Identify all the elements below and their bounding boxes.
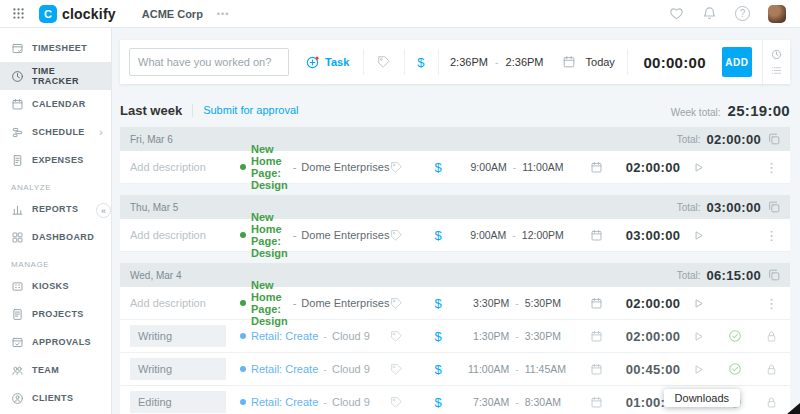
entry-menu-icon[interactable]: ⋮	[765, 161, 778, 174]
end-time[interactable]: 11:00AM	[522, 161, 563, 173]
billable-icon[interactable]: $	[417, 228, 459, 243]
entry-project[interactable]: New Home Page: Design - Dome Enterprises	[240, 211, 375, 259]
workspace-name[interactable]: ACME Corp	[142, 8, 203, 20]
tag-icon[interactable]	[375, 363, 417, 376]
sidebar-item-time-tracker[interactable]: TIME TRACKER	[0, 62, 111, 90]
add-button[interactable]: ADD	[722, 47, 752, 77]
user-avatar[interactable]	[768, 5, 786, 23]
calendar-icon[interactable]	[575, 229, 617, 242]
entry-menu-icon[interactable]: ⋮	[765, 229, 778, 242]
start-time[interactable]: 3:30PM	[473, 297, 509, 309]
calendar-icon[interactable]	[575, 396, 617, 409]
sidebar-collapse-button[interactable]: «	[96, 203, 111, 218]
workspace-menu-dots[interactable]: •••	[217, 9, 229, 19]
play-icon[interactable]	[692, 229, 705, 242]
entry-description[interactable]: Add description	[130, 297, 226, 309]
tag-icon[interactable]	[375, 297, 417, 310]
play-icon[interactable]	[692, 161, 705, 174]
end-time-input[interactable]: 2:36PM	[506, 56, 544, 68]
notifications-bell-icon[interactable]	[702, 6, 717, 21]
sidebar-item-reports[interactable]: REPORTS ›	[0, 195, 111, 223]
sidebar-item-calendar[interactable]: CALENDAR	[0, 90, 111, 118]
app-name[interactable]: clockify	[62, 6, 116, 22]
calendar-icon[interactable]	[556, 55, 582, 69]
calendar-icon[interactable]	[575, 330, 617, 343]
start-time-input[interactable]: 2:36PM	[450, 56, 488, 68]
add-task-button[interactable]: Task	[305, 55, 349, 70]
sidebar-item-expenses[interactable]: EXPENSES	[0, 146, 111, 174]
sidebar-item-team[interactable]: TEAM	[0, 356, 111, 384]
entry-project[interactable]: Retail: Create - Cloud 9	[240, 363, 375, 375]
start-time[interactable]: 9:00AM	[471, 161, 507, 173]
billable-icon[interactable]: $	[417, 395, 459, 410]
description-input[interactable]	[129, 48, 289, 76]
tag-icon[interactable]	[375, 161, 417, 174]
billable-icon[interactable]: $	[404, 55, 437, 70]
heart-icon[interactable]	[669, 6, 684, 21]
entry-project[interactable]: Retail: Create - Cloud 9	[240, 330, 375, 342]
entry-duration[interactable]: 02:00:00	[617, 160, 689, 175]
entry-project[interactable]: Retail: Create - Cloud 9	[240, 396, 375, 408]
submit-for-approval-link[interactable]: Submit for approval	[203, 104, 298, 116]
entry-actions: ⋮	[689, 229, 781, 242]
timer-mode-icon[interactable]	[771, 49, 782, 60]
entry-description[interactable]: Editing	[130, 391, 226, 413]
time-entry-row: Add description New Home Page: Design - …	[120, 219, 790, 252]
end-time[interactable]: 12:00PM	[522, 229, 564, 241]
calendar-icon	[11, 98, 24, 111]
end-time[interactable]: 5:30PM	[525, 297, 561, 309]
entry-description[interactable]: Writing	[130, 358, 226, 380]
billable-icon[interactable]: $	[417, 296, 459, 311]
sidebar-item-projects[interactable]: PROJECTS	[0, 300, 111, 328]
bulk-select-icon[interactable]	[767, 132, 781, 146]
entry-project[interactable]: New Home Page: Design - Dome Enterprises	[240, 279, 375, 327]
entry-description[interactable]: Add description	[130, 161, 226, 173]
entry-duration[interactable]: 03:00:00	[617, 228, 689, 243]
entry-actions	[689, 329, 781, 343]
entry-description[interactable]: Add description	[130, 229, 226, 241]
project-color-dot	[240, 300, 246, 306]
entry-menu-icon[interactable]: ⋮	[765, 297, 778, 310]
billable-icon[interactable]: $	[417, 362, 459, 377]
entry-time-range: 1:30PM - 3:30PM	[459, 330, 575, 342]
tag-icon[interactable]	[364, 55, 404, 69]
sidebar-item-schedule[interactable]: SCHEDULE ›	[0, 118, 111, 146]
clockify-logo-icon[interactable]: C	[39, 5, 57, 23]
calendar-icon[interactable]	[575, 161, 617, 174]
sidebar-item-clients[interactable]: CLIENTS	[0, 384, 111, 412]
start-time[interactable]: 9:00AM	[470, 229, 506, 241]
sidebar-item-dashboard[interactable]: DASHBOARD	[0, 223, 111, 251]
calendar-icon[interactable]	[575, 297, 617, 310]
billable-icon[interactable]: $	[417, 329, 459, 344]
manual-mode-icon[interactable]	[771, 65, 782, 76]
sidebar-item-label: TEAM	[32, 365, 59, 375]
sidebar-item-label: REPORTS	[32, 204, 78, 214]
bulk-select-icon[interactable]	[767, 200, 781, 214]
time-separator: -	[515, 297, 519, 309]
apps-grid-icon[interactable]	[12, 7, 25, 20]
play-icon[interactable]	[692, 363, 705, 376]
entry-duration[interactable]: 02:00:00	[617, 296, 689, 311]
sidebar-item-timesheet[interactable]: TIMESHEET	[0, 34, 111, 62]
tag-icon[interactable]	[375, 396, 417, 409]
time-separator: -	[515, 363, 519, 375]
date-picker[interactable]: Today	[582, 56, 627, 68]
entry-project[interactable]: New Home Page: Design - Dome Enterprises	[240, 143, 375, 191]
sidebar-section-analyze: ANALYZE	[0, 174, 111, 195]
day-date: Wed, Mar 4	[130, 270, 182, 281]
sidebar-item-kiosks[interactable]: KIOSKS	[0, 272, 111, 300]
play-icon[interactable]	[692, 297, 705, 310]
sidebar-item-approvals[interactable]: APPROVALS	[0, 328, 111, 356]
calendar-icon[interactable]	[575, 363, 617, 376]
billable-icon[interactable]: $	[417, 160, 459, 175]
tracker-duration[interactable]: 00:00:00	[627, 54, 721, 71]
time-entry-row: Writing Retail: Create - Cloud 9 $ 1:30P…	[120, 320, 790, 353]
day-total-label: Total:	[677, 270, 701, 281]
bulk-select-icon[interactable]	[767, 268, 781, 282]
entry-description[interactable]: Writing	[130, 325, 226, 347]
entry-duration: 00:45:00	[617, 362, 689, 377]
tag-icon[interactable]	[375, 330, 417, 343]
play-icon[interactable]	[692, 330, 705, 343]
help-icon[interactable]: ?	[735, 6, 750, 21]
tag-icon[interactable]	[375, 229, 417, 242]
